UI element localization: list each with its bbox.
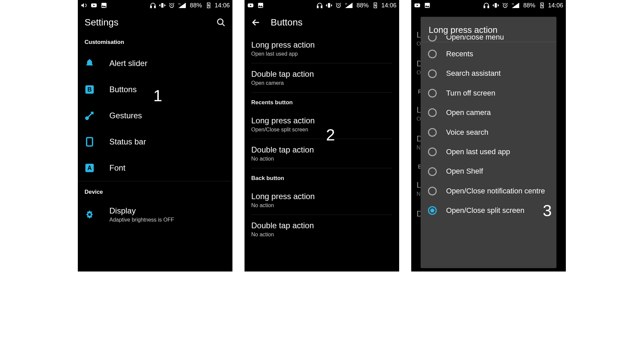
svg-text:B: B — [88, 86, 92, 93]
three-phone-layout: H 88% 14:06 Settings Customisation Alert… — [78, 0, 566, 272]
status-bar: H 88% 14:06 — [78, 0, 232, 11]
radio-icon — [428, 206, 437, 215]
vibrate-icon — [326, 2, 332, 9]
settings-item-status-bar[interactable]: Status bar — [78, 129, 232, 155]
vibrate-icon — [159, 2, 166, 9]
svg-rect-18 — [317, 6, 318, 8]
volume-icon — [80, 2, 87, 9]
settings-item-display[interactable]: Display Adaptive brightness is OFF — [78, 200, 232, 231]
battery-charging-icon — [539, 2, 545, 9]
radio-option[interactable]: Open camera — [421, 103, 556, 122]
radio-option[interactable]: Open Shelf — [421, 162, 556, 181]
radio-label: Open Shelf — [446, 167, 483, 176]
phone-screen-2: H 88% 14:06 Buttons Long press action Op… — [245, 0, 399, 272]
dialog-options-list: Open/close menu RecentsSearch assistantT… — [421, 42, 556, 223]
radio-icon — [428, 187, 437, 195]
radio-option[interactable]: Recents — [421, 44, 556, 64]
battery-percent: 88% — [357, 2, 369, 9]
radio-label: Open camera — [446, 108, 491, 117]
radio-label: Search assistant — [446, 69, 501, 78]
settings-item-label: Display — [109, 206, 174, 216]
setting-value: Open/Close split screen — [251, 127, 315, 133]
a-square-icon: A — [85, 163, 95, 173]
bell-icon — [85, 58, 95, 68]
image-icon — [101, 2, 107, 9]
radio-option[interactable]: Open/Close notification centre — [421, 181, 556, 201]
setting-row-long-press[interactable]: Long press action No action — [245, 186, 399, 215]
radio-option[interactable]: Turn off screen — [421, 83, 556, 103]
phone-screen-3: H 88% 14:06 LO DO R LO DN B LN D Long pr… — [411, 0, 566, 272]
alarm-icon — [168, 2, 175, 9]
radio-option[interactable]: Open last used app — [421, 142, 556, 162]
signal-icon: H — [344, 2, 353, 9]
radio-option[interactable]: Open/Close split screen — [421, 201, 556, 220]
radio-option-peek[interactable]: Open/close menu — [421, 36, 556, 44]
radio-option[interactable]: Search assistant — [421, 64, 556, 83]
svg-rect-19 — [321, 6, 322, 8]
youtube-icon — [414, 2, 421, 9]
svg-text:H: H — [345, 2, 347, 5]
search-icon[interactable] — [216, 18, 226, 27]
settings-list: Customisation Alert slider B Buttons 1 G… — [78, 34, 232, 231]
setting-value: Open camera — [251, 80, 314, 86]
signal-icon: H — [511, 2, 520, 9]
battery-charging-icon — [205, 2, 212, 9]
page-title: Buttons — [271, 17, 303, 28]
back-icon[interactable] — [251, 18, 261, 27]
setting-row-double-tap[interactable]: Double tap action Open camera — [245, 63, 399, 92]
svg-point-15 — [88, 213, 91, 216]
setting-title: Double tap action — [251, 69, 314, 79]
radio-icon — [428, 89, 437, 98]
setting-row-long-press[interactable]: Long press action Open last used app — [245, 34, 399, 63]
settings-item-label: Gestures — [109, 111, 142, 120]
youtube-icon — [247, 2, 254, 9]
svg-rect-3 — [154, 6, 155, 8]
radio-label: Open/Close split screen — [446, 206, 525, 215]
svg-rect-28 — [495, 3, 497, 7]
settings-item-label: Status bar — [109, 137, 146, 146]
rectangle-icon — [85, 137, 95, 147]
radio-label: Recents — [446, 50, 473, 58]
status-bar: H 88% 14:06 — [411, 0, 566, 11]
step-marker-1: 1 — [153, 86, 162, 105]
radio-icon — [428, 147, 437, 156]
radio-icon — [428, 69, 437, 78]
svg-rect-12 — [87, 138, 93, 146]
settings-item-label: Alert slider — [109, 59, 147, 68]
svg-rect-26 — [484, 6, 485, 8]
settings-item-gestures[interactable]: Gestures — [78, 103, 232, 129]
battery-percent: 88% — [190, 2, 202, 9]
b-square-icon: B — [85, 84, 95, 95]
image-icon — [424, 2, 431, 9]
app-header: Settings — [78, 11, 232, 34]
setting-row-long-press[interactable]: Long press action Open/Close split scree… — [245, 110, 399, 139]
section-header-device: Device — [78, 181, 232, 200]
svg-text:H: H — [178, 2, 180, 5]
headphones-icon — [150, 2, 156, 9]
svg-text:H: H — [512, 2, 514, 5]
step-marker-3: 3 — [543, 201, 552, 220]
swipe-icon — [85, 111, 95, 121]
setting-row-double-tap[interactable]: Double tap action No action — [245, 215, 399, 244]
svg-point-8 — [218, 19, 223, 24]
settings-item-label: Buttons — [109, 85, 137, 94]
brightness-icon — [85, 209, 95, 220]
radio-icon — [428, 50, 437, 58]
setting-row-double-tap[interactable]: Double tap action No action — [245, 139, 399, 168]
svg-text:A: A — [88, 165, 92, 171]
buttons-list: Long press action Open last used app Dou… — [245, 34, 399, 244]
settings-item-font[interactable]: A Font — [78, 155, 232, 181]
settings-item-alert-slider[interactable]: Alert slider — [78, 50, 232, 76]
long-press-action-dialog: Long press action Open/close menu Recent… — [421, 17, 556, 268]
headphones-icon — [316, 2, 323, 9]
image-icon — [257, 2, 264, 9]
settings-item-label: Font — [109, 163, 125, 173]
section-header-back: Back button — [245, 168, 399, 186]
app-header: Buttons — [245, 11, 399, 34]
radio-option[interactable]: Voice search — [421, 123, 556, 142]
radio-label: Open/Close notification centre — [446, 187, 545, 195]
section-header-recents: Recents button — [245, 93, 399, 110]
alarm-icon — [502, 2, 508, 9]
radio-label: Open last used app — [446, 147, 510, 156]
youtube-icon — [91, 2, 97, 9]
